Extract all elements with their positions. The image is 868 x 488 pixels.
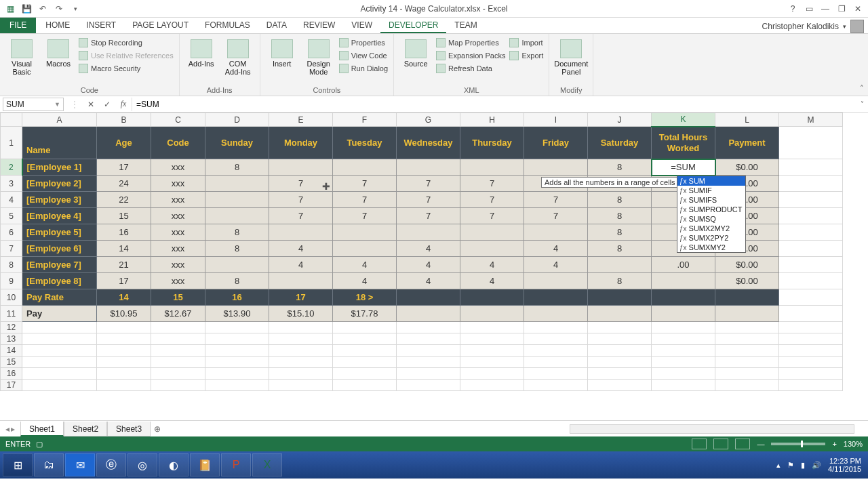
cell[interactable]: 8 — [588, 224, 652, 241]
cell[interactable] — [205, 333, 269, 345]
cell[interactable] — [333, 345, 397, 357]
collapse-ribbon-button[interactable]: ˄ — [860, 84, 864, 93]
cell[interactable] — [269, 273, 333, 289]
cell[interactable] — [205, 176, 269, 192]
tray-up-icon[interactable]: ▴ — [776, 461, 781, 470]
cell[interactable]: 4 — [460, 273, 524, 289]
taskbar-chrome[interactable]: ◎ — [127, 453, 157, 476]
cancel-formula-button[interactable]: ✕ — [83, 98, 99, 111]
cell[interactable] — [333, 159, 397, 176]
insert-control-button[interactable]: Insert — [266, 37, 298, 68]
cell[interactable]: Pay — [22, 306, 97, 322]
tab-formulas[interactable]: FORMULAS — [197, 17, 258, 33]
cell[interactable] — [779, 306, 843, 322]
cell[interactable]: [Employee 4] — [22, 208, 97, 224]
cell[interactable] — [397, 322, 460, 333]
cell[interactable]: 4 — [269, 257, 333, 273]
column-header-L[interactable]: L — [715, 113, 779, 127]
cell[interactable]: $12.67 — [151, 306, 205, 322]
cell[interactable]: 4 — [524, 241, 588, 257]
restore-button[interactable]: ❐ — [834, 4, 849, 14]
cell[interactable]: $15.10 — [269, 306, 333, 322]
cell[interactable]: [Employee 7] — [22, 257, 97, 273]
cell[interactable] — [779, 159, 843, 176]
cell[interactable] — [652, 333, 715, 345]
cell[interactable]: $13.90 — [205, 306, 269, 322]
cell[interactable] — [333, 368, 397, 380]
cell[interactable]: 7 — [524, 208, 588, 224]
cell[interactable]: 7 — [524, 192, 588, 208]
taskbar-notes[interactable]: 📔 — [190, 453, 220, 476]
cell[interactable] — [779, 289, 843, 306]
cell[interactable]: 8 — [205, 224, 269, 241]
add-sheet-button[interactable]: ⊕ — [151, 424, 164, 434]
expand-formula-button[interactable]: ˅ — [856, 100, 868, 108]
cell[interactable] — [269, 368, 333, 380]
cell[interactable]: =SUM — [652, 159, 715, 176]
tray-volume-icon[interactable]: 🔊 — [812, 461, 821, 470]
cell[interactable]: xxx — [151, 159, 205, 176]
cell[interactable] — [588, 333, 652, 345]
cell[interactable]: 8 — [588, 192, 652, 208]
cell[interactable]: 14 — [97, 289, 151, 306]
horizontal-scrollbar[interactable] — [164, 424, 868, 434]
view-normal-button[interactable] — [692, 439, 707, 449]
cell[interactable] — [779, 368, 843, 380]
header-cell[interactable]: Code — [151, 127, 205, 159]
cell[interactable]: 8 — [588, 208, 652, 224]
header-cell[interactable]: Tuesday — [333, 127, 397, 159]
cell[interactable] — [269, 322, 333, 333]
cell[interactable] — [460, 289, 524, 306]
cell[interactable] — [460, 368, 524, 380]
cell[interactable] — [715, 345, 779, 357]
header-cell[interactable]: Sunday — [205, 127, 269, 159]
cell[interactable] — [269, 159, 333, 176]
cell[interactable] — [779, 322, 843, 333]
cell[interactable]: 22 — [97, 192, 151, 208]
cell[interactable] — [97, 333, 151, 345]
autocomplete-option[interactable]: ƒxSUMIF — [677, 186, 745, 195]
row-header-17[interactable]: 17 — [1, 380, 22, 391]
cell[interactable] — [588, 306, 652, 322]
cell[interactable] — [333, 241, 397, 257]
tab-home[interactable]: HOME — [37, 17, 78, 33]
cell[interactable] — [397, 224, 460, 241]
qat-redo-button[interactable]: ↷ — [52, 1, 66, 16]
tab-developer[interactable]: DEVELOPER — [380, 17, 446, 33]
column-header-J[interactable]: J — [588, 113, 652, 127]
cell[interactable] — [269, 224, 333, 241]
cell[interactable] — [397, 345, 460, 357]
tray-network-icon[interactable]: ▮ — [801, 461, 805, 470]
cell[interactable]: xxx — [151, 176, 205, 192]
user-area[interactable]: Christopher Kalodikis ▾ — [762, 20, 868, 33]
cell[interactable] — [97, 368, 151, 380]
cell[interactable]: 4 — [269, 241, 333, 257]
cell[interactable] — [460, 159, 524, 176]
cell[interactable] — [779, 273, 843, 289]
cell[interactable]: 7 — [397, 192, 460, 208]
cell[interactable] — [652, 273, 715, 289]
column-header-I[interactable]: I — [524, 113, 588, 127]
column-header-F[interactable]: F — [333, 113, 397, 127]
cell[interactable]: [Employee 2] — [22, 176, 97, 192]
cell[interactable] — [524, 345, 588, 357]
cell[interactable] — [524, 322, 588, 333]
cell[interactable] — [588, 345, 652, 357]
column-header-B[interactable]: B — [97, 113, 151, 127]
sheet-nav[interactable]: ◂▸ — [0, 424, 20, 434]
cell[interactable] — [460, 322, 524, 333]
cell[interactable] — [779, 345, 843, 357]
cell[interactable] — [524, 368, 588, 380]
cell[interactable]: 17 — [97, 159, 151, 176]
cell[interactable]: 8 — [205, 159, 269, 176]
relative-references-button[interactable]: Use Relative References — [79, 49, 174, 62]
formula-input[interactable] — [132, 98, 856, 111]
source-button[interactable]: Source — [399, 37, 432, 68]
cell[interactable] — [779, 208, 843, 224]
cell[interactable] — [524, 289, 588, 306]
cell[interactable] — [333, 333, 397, 345]
cell[interactable]: 7 — [460, 176, 524, 192]
cell[interactable] — [97, 345, 151, 357]
taskbar-excel[interactable]: X — [252, 453, 282, 476]
column-header-E[interactable]: E — [269, 113, 333, 127]
